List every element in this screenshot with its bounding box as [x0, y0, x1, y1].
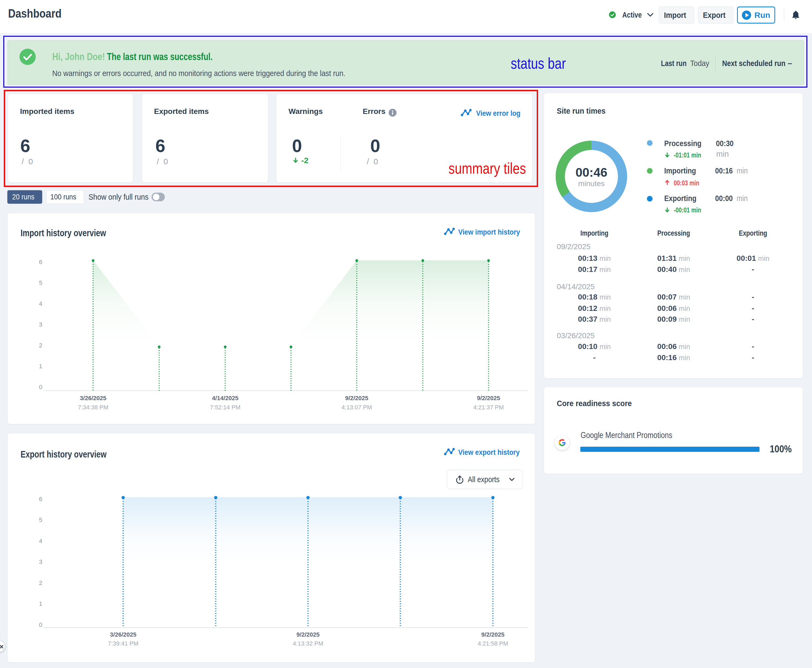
- svg-text:7:39:41 PM: 7:39:41 PM: [108, 640, 139, 647]
- svg-text:3: 3: [39, 321, 42, 328]
- svg-text:0: 0: [39, 384, 42, 391]
- svg-text:4: 4: [39, 538, 42, 544]
- svg-text:1: 1: [39, 600, 42, 607]
- svg-text:7:52:14 PM: 7:52:14 PM: [210, 404, 241, 411]
- svg-text:4:13:32 PM: 4:13:32 PM: [293, 640, 323, 647]
- svg-text:9/2/2025: 9/2/2025: [481, 631, 504, 638]
- svg-text:7:34:38 PM: 7:34:38 PM: [78, 404, 109, 411]
- svg-text:5: 5: [39, 279, 42, 286]
- svg-text:3: 3: [39, 558, 42, 565]
- svg-text:6: 6: [39, 496, 42, 503]
- svg-text:3/26/2025: 3/26/2025: [110, 631, 136, 638]
- svg-text:9/2/2025: 9/2/2025: [477, 395, 500, 401]
- svg-text:4:21:37 PM: 4:21:37 PM: [474, 404, 504, 411]
- svg-text:4:13:07 PM: 4:13:07 PM: [342, 404, 372, 411]
- svg-text:1: 1: [39, 363, 42, 369]
- svg-text:6: 6: [39, 259, 42, 266]
- svg-text:4: 4: [39, 300, 42, 307]
- svg-text:2: 2: [39, 342, 42, 349]
- svg-text:9/2/2025: 9/2/2025: [296, 631, 320, 638]
- svg-text:4/14/2025: 4/14/2025: [212, 395, 238, 401]
- svg-text:2: 2: [39, 579, 42, 586]
- svg-text:9/2/2025: 9/2/2025: [345, 395, 368, 401]
- svg-text:3/26/2025: 3/26/2025: [80, 395, 106, 401]
- svg-text:4:21:58 PM: 4:21:58 PM: [478, 640, 508, 647]
- svg-text:5: 5: [39, 516, 42, 523]
- svg-text:0: 0: [39, 621, 42, 628]
